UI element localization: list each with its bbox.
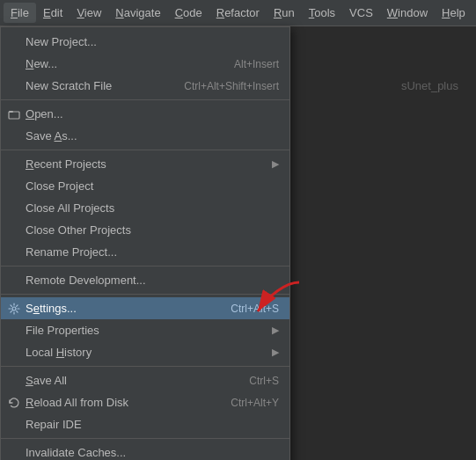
menu-item-new-scratch-file[interactable]: New Scratch File Ctrl+Alt+Shift+Insert: [1, 75, 289, 97]
menu-item-invalidate-caches[interactable]: Invalidate Caches...: [1, 442, 289, 460]
recent-projects-label: Recent Projects: [26, 157, 272, 171]
menu-tools-label: Tools: [309, 6, 335, 19]
reload-all-shortcut: Ctrl+Alt+Y: [231, 397, 279, 409]
save-all-label: Save All: [26, 374, 223, 387]
new-scratch-file-shortcut: Ctrl+Alt+Shift+Insert: [184, 80, 279, 92]
menu-help-label: Help: [442, 6, 465, 19]
separator-5: [1, 366, 289, 367]
menu-item-reload-all[interactable]: Reload All from Disk Ctrl+Alt+Y: [1, 391, 289, 413]
menu-item-close-other-projects[interactable]: Close Other Projects: [1, 219, 289, 241]
separator-3: [1, 266, 289, 267]
reload-all-label: Reload All from Disk: [26, 396, 204, 409]
editor-visible-text: sUnet_plus: [401, 79, 458, 92]
folder-icon: [6, 106, 22, 122]
separator-4: [1, 294, 289, 295]
menu-run[interactable]: Run: [267, 3, 302, 23]
menu-item-close-all-projects[interactable]: Close All Projects: [1, 197, 289, 219]
menu-item-new[interactable]: New... Alt+Insert: [1, 53, 289, 75]
menu-vcs-label: VCS: [349, 6, 373, 19]
rename-project-label: Rename Project...: [26, 245, 279, 259]
file-menu-dropdown: New Project... New... Alt+Insert New Scr…: [0, 26, 290, 460]
close-all-projects-label: Close All Projects: [26, 201, 279, 215]
menu-tools[interactable]: Tools: [302, 3, 342, 23]
reload-icon: [6, 395, 22, 411]
gear-icon: [6, 301, 22, 317]
menu-help[interactable]: Help: [435, 3, 472, 23]
menu-window-label: Window: [387, 6, 428, 19]
menu-vcs[interactable]: VCS: [342, 3, 380, 23]
new-label: New...: [26, 57, 208, 70]
new-shortcut: Alt+Insert: [234, 58, 279, 70]
separator-6: [1, 438, 289, 439]
save-as-label: Save As...: [26, 129, 279, 142]
separator-1: [1, 99, 289, 100]
recent-projects-arrow: ▶: [272, 158, 279, 170]
menu-file-label: File: [11, 6, 29, 19]
local-history-label: Local History: [26, 346, 272, 359]
menubar: File Edit View Navigate Code Refactor Ru…: [0, 0, 476, 26]
menu-refactor-label: Refactor: [216, 6, 260, 19]
new-scratch-file-label: New Scratch File: [26, 79, 157, 92]
menu-item-settings[interactable]: Settings... Ctrl+Alt+S: [1, 297, 289, 319]
settings-label: Settings...: [26, 302, 204, 315]
menu-view[interactable]: View: [70, 3, 108, 23]
file-properties-arrow: ▶: [272, 325, 279, 336]
svg-point-2: [12, 307, 16, 310]
separator-2: [1, 150, 289, 150]
menu-code-label: Code: [175, 6, 202, 19]
menu-navigate[interactable]: Navigate: [108, 3, 167, 23]
menu-item-file-properties[interactable]: File Properties ▶: [1, 319, 289, 341]
open-label: Open...: [26, 107, 279, 120]
menu-item-rename-project[interactable]: Rename Project...: [1, 241, 289, 263]
repair-ide-label: Repair IDE: [26, 418, 279, 431]
menu-edit-label: Edit: [43, 6, 62, 19]
menu-item-remote-development[interactable]: Remote Development...: [1, 269, 289, 291]
menu-file[interactable]: File: [4, 3, 36, 23]
local-history-arrow: ▶: [272, 347, 279, 358]
invalidate-caches-label: Invalidate Caches...: [26, 446, 279, 459]
menu-edit[interactable]: Edit: [36, 3, 70, 23]
menu-refactor[interactable]: Refactor: [209, 3, 267, 23]
close-other-projects-label: Close Other Projects: [26, 223, 279, 237]
menu-item-save-all[interactable]: Save All Ctrl+S: [1, 369, 289, 391]
new-project-label: New Project...: [26, 35, 279, 48]
remote-development-label: Remote Development...: [26, 274, 279, 287]
svg-rect-1: [9, 112, 19, 119]
menu-item-local-history[interactable]: Local History ▶: [1, 341, 289, 363]
menu-item-open[interactable]: Open...: [1, 103, 289, 125]
menu-code[interactable]: Code: [168, 3, 209, 23]
file-properties-label: File Properties: [26, 324, 272, 337]
menu-item-repair-ide[interactable]: Repair IDE: [1, 413, 289, 435]
menu-item-save-as[interactable]: Save As...: [1, 125, 289, 147]
menu-window[interactable]: Window: [380, 3, 435, 23]
menu-view-label: View: [77, 6, 101, 19]
menu-item-recent-projects[interactable]: Recent Projects ▶: [1, 153, 289, 175]
settings-shortcut: Ctrl+Alt+S: [231, 303, 279, 315]
menu-run-label: Run: [274, 6, 295, 19]
menu-item-new-project[interactable]: New Project...: [1, 31, 289, 53]
save-all-shortcut: Ctrl+S: [249, 375, 279, 387]
close-project-label: Close Project: [26, 179, 279, 193]
menu-item-close-project[interactable]: Close Project: [1, 175, 289, 197]
menu-navigate-label: Navigate: [115, 6, 160, 19]
